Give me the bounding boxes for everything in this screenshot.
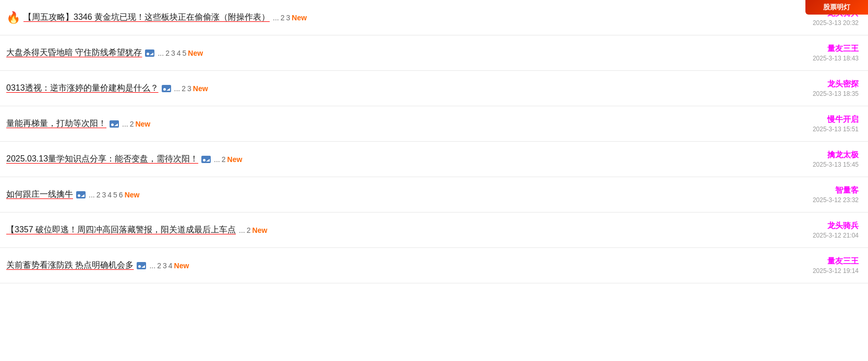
thread-title[interactable]: 大盘杀得天昏地暗 守住防线希望犹存 xyxy=(6,47,142,58)
list-item: 【3357 破位即逃！周四冲高回落藏警报，阳关道成最后上车点...2New龙头骑… xyxy=(0,213,868,248)
page-link[interactable]: 3 xyxy=(187,84,191,93)
post-time: 2025-3-12 19:14 xyxy=(813,267,859,275)
item-right: 擒龙太极2025-3-13 15:45 xyxy=(775,150,859,168)
post-time: 2025-3-13 15:45 xyxy=(813,161,859,168)
fire-icon: 🔥 xyxy=(6,11,20,24)
thread-title[interactable]: 【3357 破位即逃！周四冲高回落藏警报，阳关道成最后上车点 xyxy=(6,225,236,235)
item-left: 关前蓄势看涨防跌 热点明确机会多...234New xyxy=(6,260,775,271)
ellipsis: ... xyxy=(149,262,155,270)
new-badge: New xyxy=(188,49,203,57)
post-time: 2025-3-13 15:51 xyxy=(813,126,859,133)
page-links: ...2345New xyxy=(158,49,203,57)
ellipsis: ... xyxy=(174,84,180,93)
list-item: 0313透视：逆市涨婷的量价建构是什么？...23New龙头密探2025-3-1… xyxy=(0,71,868,106)
page-link[interactable]: 3 xyxy=(102,191,106,199)
page-link[interactable]: 4 xyxy=(168,262,173,270)
page-link[interactable]: 5 xyxy=(183,49,187,57)
new-badge: New xyxy=(292,14,307,22)
page-links: ...234New xyxy=(149,262,189,270)
page-link[interactable]: 3 xyxy=(171,49,175,57)
post-time: 2025-3-13 18:43 xyxy=(813,55,859,62)
item-left: 0313透视：逆市涨婷的量价建构是什么？...23New xyxy=(6,83,775,94)
ellipsis: ... xyxy=(158,49,164,57)
list-item: 关前蓄势看涨防跌 热点明确机会多...234New量友三王2025-3-12 1… xyxy=(0,248,868,283)
item-left: 【3357 破位即逃！周四冲高回落藏警报，阳关道成最后上车点...2New xyxy=(6,225,775,235)
list-item: 量能再梯量，打劫等次阳！...2New慢牛开启2025-3-13 15:51 xyxy=(0,106,868,142)
ellipsis: ... xyxy=(239,226,245,234)
new-badge: New xyxy=(135,120,150,128)
image-icon xyxy=(137,262,146,269)
page-links: ...2New xyxy=(214,155,242,164)
page-link[interactable]: 2 xyxy=(165,49,170,57)
thread-title[interactable]: 关前蓄势看涨防跌 热点明确机会多 xyxy=(6,260,134,271)
item-right: 量友三王2025-3-13 18:43 xyxy=(775,44,859,62)
thread-list: 🔥【周五攻略】3346 黄金坑已现！这些板块正在偷偷涨（附操作表）...23Ne… xyxy=(0,0,868,283)
thread-title[interactable]: 如何跟庄一线擒牛 xyxy=(6,189,73,200)
item-left: 量能再梯量，打劫等次阳！...2New xyxy=(6,118,775,129)
page-links: ...2New xyxy=(122,120,150,128)
page-links: ...23456New xyxy=(89,191,139,199)
item-left: 🔥【周五攻略】3346 黄金坑已现！这些板块正在偷偷涨（附操作表）...23Ne… xyxy=(6,11,775,24)
page-link[interactable]: 2 xyxy=(281,14,285,22)
page-link[interactable]: 2 xyxy=(182,84,186,93)
page-link[interactable]: 2 xyxy=(157,262,161,270)
list-item: 🔥【周五攻略】3346 黄金坑已现！这些板块正在偷偷涨（附操作表）...23Ne… xyxy=(0,0,868,35)
ellipsis: ... xyxy=(122,120,128,128)
post-time: 2025-3-12 23:32 xyxy=(813,196,859,204)
new-badge: New xyxy=(174,262,189,270)
item-right: 龙头密探2025-3-13 18:35 xyxy=(775,79,859,97)
author-name[interactable]: 慢牛开启 xyxy=(827,115,859,125)
page-links: ...2New xyxy=(239,226,267,234)
thread-title[interactable]: 量能再梯量，打劫等次阳！ xyxy=(6,118,106,129)
author-name[interactable]: 智量客 xyxy=(835,185,859,195)
item-left: 大盘杀得天昏地暗 守住防线希望犹存...2345New xyxy=(6,47,775,58)
page-link[interactable]: 3 xyxy=(163,262,167,270)
ellipsis: ... xyxy=(89,191,95,199)
item-right: 慢牛开启2025-3-13 15:51 xyxy=(775,115,859,133)
page-link[interactable]: 4 xyxy=(107,191,112,199)
new-badge: New xyxy=(227,155,243,164)
new-badge: New xyxy=(193,84,208,93)
author-name[interactable]: 量友三王 xyxy=(827,44,859,54)
image-icon xyxy=(162,85,171,92)
page-links: ...23New xyxy=(174,84,208,93)
page-link[interactable]: 5 xyxy=(113,191,117,199)
image-icon xyxy=(201,156,211,163)
page-link[interactable]: 2 xyxy=(97,191,101,199)
item-right: 龙头骑兵2025-3-12 21:04 xyxy=(775,221,859,239)
page-link[interactable]: 2 xyxy=(247,226,251,234)
thread-title[interactable]: 0313透视：逆市涨婷的量价建构是什么？ xyxy=(6,83,159,94)
page-links: ...23New xyxy=(273,14,307,22)
image-icon xyxy=(110,120,119,128)
page-link[interactable]: 6 xyxy=(119,191,123,199)
author-name[interactable]: 擒龙太极 xyxy=(827,150,859,160)
item-right: 量友三王2025-3-12 19:14 xyxy=(775,256,859,275)
image-icon xyxy=(76,191,86,198)
thread-title[interactable]: 2025.03.13量学知识点分享：能否变盘，需待次阳！ xyxy=(6,154,198,165)
author-name[interactable]: 龙头骑兵 xyxy=(827,221,859,231)
post-time: 2025-3-12 21:04 xyxy=(813,232,859,239)
list-item: 大盘杀得天昏地暗 守住防线希望犹存...2345New量友三王2025-3-13… xyxy=(0,35,868,71)
item-left: 2025.03.13量学知识点分享：能否变盘，需待次阳！...2New xyxy=(6,154,775,165)
thread-title[interactable]: 【周五攻略】3346 黄金坑已现！这些板块正在偷偷涨（附操作表） xyxy=(23,12,270,23)
page-link[interactable]: 4 xyxy=(177,49,181,57)
item-right: 智量客2025-3-12 23:32 xyxy=(775,185,859,204)
post-time: 2025-3-13 18:35 xyxy=(813,90,859,97)
list-item: 2025.03.13量学知识点分享：能否变盘，需待次阳！...2New擒龙太极2… xyxy=(0,142,868,177)
new-badge: New xyxy=(252,226,268,234)
new-badge: New xyxy=(125,191,140,199)
page-container: 股票明灯 🔥【周五攻略】3346 黄金坑已现！这些板块正在偷偷涨（附操作表）..… xyxy=(0,0,868,361)
author-name[interactable]: 龙头密探 xyxy=(827,79,859,89)
image-icon xyxy=(145,49,154,57)
ellipsis: ... xyxy=(273,14,279,22)
page-link[interactable]: 3 xyxy=(286,14,291,22)
item-left: 如何跟庄一线擒牛...23456New xyxy=(6,189,775,200)
post-time: 2025-3-13 20:32 xyxy=(813,19,859,27)
page-link[interactable]: 2 xyxy=(222,155,226,164)
list-item: 如何跟庄一线擒牛...23456New智量客2025-3-12 23:32 xyxy=(0,177,868,213)
author-name[interactable]: 量友三王 xyxy=(827,256,859,266)
site-logo: 股票明灯 xyxy=(805,0,868,15)
page-link[interactable]: 2 xyxy=(130,120,134,128)
ellipsis: ... xyxy=(214,155,220,164)
